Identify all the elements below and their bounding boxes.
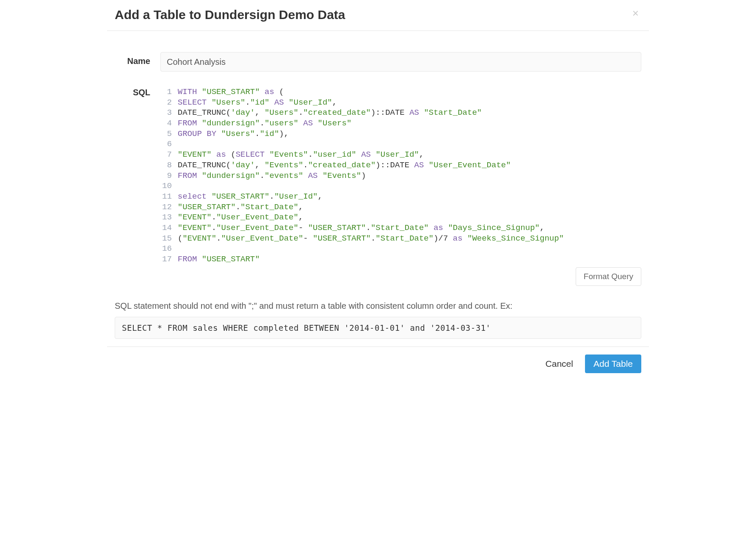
sql-example-box: SELECT * FROM sales WHERE completed BETW… <box>115 317 641 339</box>
modal-header: Add a Table to Dundersign Demo Data × <box>107 0 649 31</box>
sql-editor[interactable]: 1234567891011121314151617 WITH "USER_STA… <box>160 87 641 265</box>
format-query-button[interactable]: Format Query <box>576 267 641 286</box>
editor-gutter: 1234567891011121314151617 <box>160 87 178 265</box>
close-icon[interactable]: × <box>630 8 641 19</box>
modal-title: Add a Table to Dundersign Demo Data <box>115 8 630 22</box>
name-row: Name <box>115 52 641 72</box>
add-table-button[interactable]: Add Table <box>585 355 641 373</box>
modal-body: Name SQL 1234567891011121314151617 WITH … <box>107 31 649 346</box>
editor-code[interactable]: WITH "USER_START" as (SELECT "Users"."id… <box>178 87 641 265</box>
add-table-modal: Add a Table to Dundersign Demo Data × Na… <box>107 0 649 381</box>
modal-footer: Cancel Add Table <box>107 346 649 381</box>
sql-hint-text: SQL statement should not end with ";" an… <box>115 301 641 311</box>
name-label: Name <box>115 52 160 72</box>
cancel-button[interactable]: Cancel <box>541 355 577 372</box>
sql-label: SQL <box>115 87 160 286</box>
sql-row: SQL 1234567891011121314151617 WITH "USER… <box>115 87 641 286</box>
name-input[interactable] <box>160 52 641 72</box>
